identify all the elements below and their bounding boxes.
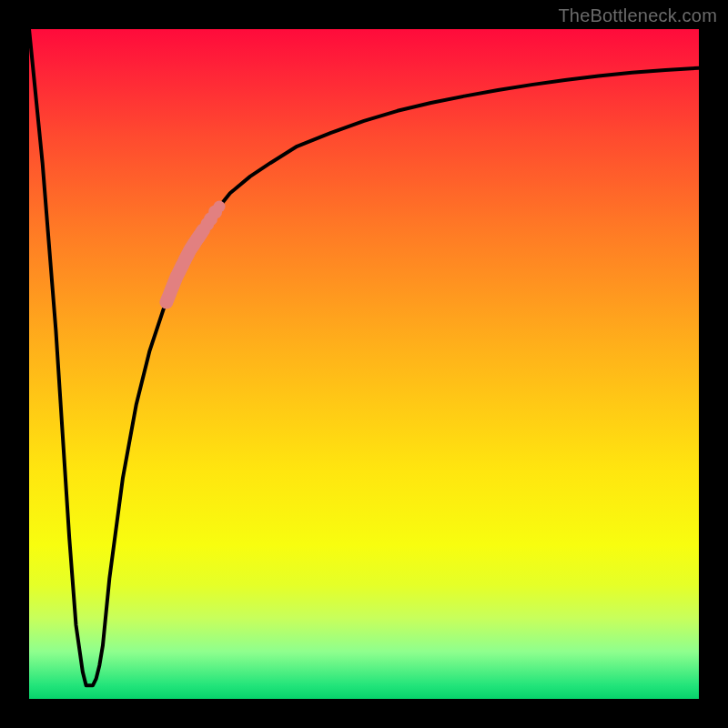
plot-area bbox=[29, 29, 699, 699]
dot-cluster bbox=[159, 201, 225, 309]
curve-layer bbox=[29, 29, 699, 699]
data-dot bbox=[214, 201, 226, 213]
bottleneck-curve bbox=[29, 29, 699, 685]
chart-frame: TheBottleneck.com bbox=[0, 0, 728, 728]
watermark-text: TheBottleneck.com bbox=[558, 5, 717, 26]
